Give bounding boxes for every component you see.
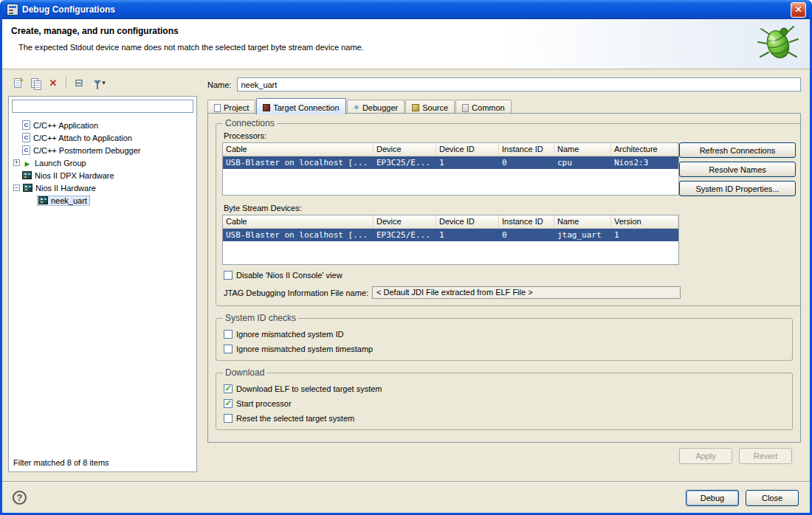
new-configuration-button[interactable]: + — [10, 75, 26, 91]
tree-item-label: Nios II DPX Hardware — [35, 171, 114, 180]
c-application-icon: C — [22, 133, 30, 142]
start-processor-row: Start processor — [224, 399, 786, 408]
tab-label: Source — [422, 103, 448, 112]
checkbox-label: Start processor — [236, 399, 292, 408]
dialog-footer: ? Debug Close — [2, 481, 810, 515]
header-message: The expected Stdout device name does not… — [18, 43, 364, 52]
reset-system-checkbox[interactable] — [224, 414, 233, 423]
ignore-system-id-checkbox[interactable] — [224, 330, 233, 339]
help-button[interactable]: ? — [13, 491, 27, 505]
selected-tree-item: neek_uart — [37, 196, 90, 206]
connections-group: Connections Processors: Cable Device Dev… — [216, 118, 801, 306]
download-elf-row: Download ELF to selected target system — [224, 384, 786, 393]
window-icon — [7, 4, 18, 15]
column-header: Device ID — [436, 143, 499, 156]
tree-item-launch-group[interactable]: + ▶ Launch Group — [12, 156, 195, 169]
target-connection-tab-icon — [263, 104, 270, 111]
plus-icon: + — [19, 77, 24, 84]
column-header: Instance ID — [499, 143, 554, 156]
ignore-timestamp-row: Ignore mismatched system timestamp — [224, 345, 786, 353]
right-panel: Name: Project Target Connection ✳ Debugg… — [203, 69, 804, 481]
tree-item-neek-uart[interactable]: neek_uart — [12, 194, 195, 207]
tab-common[interactable]: Common — [455, 100, 512, 114]
delete-configuration-button[interactable]: ✕ — [45, 75, 61, 91]
duplicate-configuration-button[interactable] — [27, 75, 44, 91]
configurations-panel: C C/C++ Application C C/C++ Attach to Ap… — [8, 96, 197, 472]
refresh-connections-button[interactable]: Refresh Connections — [679, 142, 796, 158]
tree-item-cpp-postmortem[interactable]: C C/C++ Postmortem Debugger — [12, 144, 195, 156]
column-header: Device — [374, 215, 436, 228]
hardware-icon — [23, 184, 32, 192]
tree-item-cpp-attach[interactable]: C C/C++ Attach to Application — [12, 131, 195, 144]
dialog-header: Create, manage, and run configurations T… — [2, 19, 810, 69]
close-button[interactable]: Close — [746, 490, 799, 506]
delete-icon: ✕ — [49, 78, 58, 88]
tab-label: Target Connection — [273, 103, 339, 112]
column-header: Device — [374, 143, 436, 156]
configurations-tree: C C/C++ Application C C/C++ Attach to Ap… — [12, 119, 195, 207]
name-input[interactable] — [237, 77, 801, 91]
column-header: Cable — [223, 143, 374, 156]
tab-target-connection[interactable]: Target Connection — [256, 98, 345, 114]
hardware-icon — [22, 171, 32, 179]
ignore-timestamp-checkbox[interactable] — [224, 345, 233, 353]
resolve-names-button[interactable]: Resolve Names — [679, 162, 796, 177]
collapse-icon[interactable]: − — [13, 184, 20, 191]
checkbox-label: Download ELF to selected target system — [236, 384, 382, 393]
dropdown-arrow-icon: ▾ — [102, 80, 106, 86]
system-id-properties-button[interactable]: System ID Properties... — [679, 181, 796, 196]
configurations-toolbar: + ✕ ⊟ ▾ — [10, 74, 111, 91]
disable-console-checkbox[interactable] — [224, 271, 233, 280]
target-connection-pane: Connections Processors: Cable Device Dev… — [207, 113, 801, 443]
tree-item-label: C/C++ Postmortem Debugger — [33, 146, 141, 155]
disable-console-row: Disable 'Nios II Console' view — [224, 271, 796, 280]
tree-item-label: Nios II Hardware — [35, 184, 96, 193]
tree-item-cpp-application[interactable]: C C/C++ Application — [12, 119, 195, 131]
close-icon: ✕ — [794, 5, 802, 14]
name-row: Name: — [207, 77, 801, 91]
apply-button[interactable]: Apply — [679, 448, 732, 464]
reset-system-row: Reset the selected target system — [224, 414, 786, 423]
byte-stream-table-row[interactable]: USB-Blaster on localhost [... EP3C25/E..… — [223, 229, 678, 241]
byte-stream-table: Cable Device Device ID Instance ID Name … — [222, 215, 679, 265]
download-elf-checkbox[interactable] — [224, 384, 233, 393]
column-header: Name — [554, 215, 611, 228]
left-panel: + ✕ ⊟ ▾ — [8, 69, 197, 481]
source-tab-icon — [412, 104, 419, 111]
tree-item-nios-hardware[interactable]: − Nios II Hardware — [12, 182, 195, 194]
expand-icon[interactable]: + — [13, 159, 20, 166]
column-header: Architecture — [611, 143, 678, 156]
tab-project[interactable]: Project — [207, 100, 255, 114]
title-bar[interactable]: Debug Configurations ✕ — [2, 0, 810, 19]
byte-stream-table-header: Cable Device Device ID Instance ID Name … — [223, 215, 678, 229]
revert-button[interactable]: Revert — [739, 448, 792, 464]
c-application-icon: C — [22, 145, 30, 155]
collapse-all-button[interactable]: ⊟ — [71, 75, 87, 91]
bug-icon — [757, 24, 799, 64]
filter-input[interactable] — [12, 100, 193, 113]
tab-source[interactable]: Source — [405, 100, 455, 114]
processors-table-header: Cable Device Device ID Instance ID Name … — [223, 143, 678, 156]
system-id-group-title: System ID checks — [223, 313, 298, 323]
column-header: Instance ID — [499, 215, 554, 228]
processor-table-row[interactable]: USB-Blaster on localhost [... EP3C25/E..… — [223, 156, 678, 169]
tab-bar: Project Target Connection ✳ Debugger Sou… — [207, 97, 801, 114]
ignore-system-id-row: Ignore mismatched system ID — [224, 330, 786, 339]
footer-buttons: Debug Close — [686, 490, 799, 506]
window-title: Debug Configurations — [22, 4, 115, 15]
filter-menu-button[interactable]: ▾ — [89, 75, 111, 91]
filter-status: Filter matched 8 of 8 items — [13, 458, 109, 467]
byte-stream-label: Byte Stream Devices: — [224, 204, 796, 212]
tab-label: Common — [472, 103, 505, 112]
toolbar-separator — [66, 77, 66, 89]
download-group-title: Download — [223, 367, 266, 378]
debug-button[interactable]: Debug — [686, 490, 739, 506]
checkbox-label: Ignore mismatched system timestamp — [236, 345, 373, 353]
start-processor-checkbox[interactable] — [224, 399, 233, 408]
filter-icon — [94, 80, 101, 85]
tree-item-nios-dpx-hardware[interactable]: Nios II DPX Hardware — [12, 169, 195, 182]
collapse-all-icon: ⊟ — [75, 77, 83, 88]
tab-label: Debugger — [362, 103, 398, 112]
close-window-button[interactable]: ✕ — [791, 2, 806, 18]
tab-debugger[interactable]: ✳ Debugger — [347, 100, 405, 114]
